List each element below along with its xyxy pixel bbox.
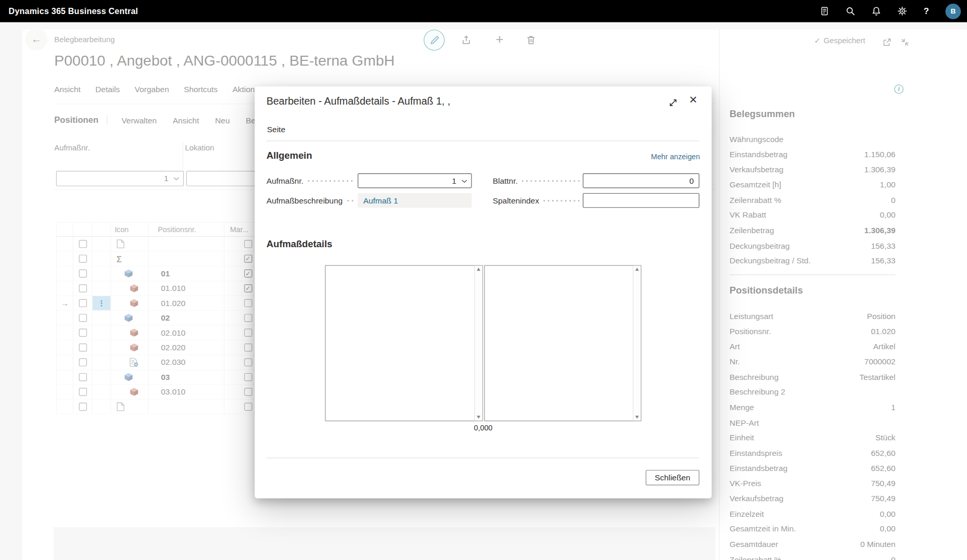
dotted-leader [542, 193, 580, 208]
chevron-down-icon [461, 180, 467, 183]
scroll-up-icon[interactable] [635, 268, 639, 271]
show-more-link[interactable]: Mehr anzeigen [651, 152, 700, 161]
scroll-up-icon[interactable] [477, 268, 480, 271]
close-icon: × [689, 92, 697, 108]
notifications-bell-icon[interactable] [871, 6, 881, 16]
aufmass-total: 0,000 [325, 424, 641, 432]
app-title: Dynamics 365 Business Central [9, 6, 138, 16]
scrollbar[interactable] [633, 266, 641, 421]
topbar-icons: ? B [819, 0, 961, 22]
aufmassbeschreibung-field-label: Aufmaßbeschreibung [266, 193, 357, 208]
schliessen-button[interactable]: Schließen [646, 470, 699, 486]
dotted-leader [346, 193, 353, 208]
dotted-leader [521, 173, 580, 188]
expand-icon [668, 98, 678, 107]
dialog-footer-separator [266, 457, 699, 458]
search-icon[interactable] [845, 6, 855, 16]
spaltenindex-field[interactable] [583, 193, 699, 208]
help-icon[interactable]: ? [923, 6, 930, 16]
dialog-separator [266, 141, 699, 141]
aufmass-details-left-editor[interactable] [325, 265, 482, 422]
scroll-down-icon[interactable] [635, 416, 639, 419]
settings-gear-icon[interactable] [897, 6, 907, 16]
close-dialog-button[interactable]: × [685, 91, 701, 109]
content-pages-icon[interactable] [819, 6, 830, 16]
section-title-allgemein: Allgemein [266, 150, 312, 161]
spaltenindex-field-label: Spaltenindex [493, 193, 583, 208]
expand-dialog-button[interactable] [668, 98, 678, 107]
dialog-menu-seite[interactable]: Seite [267, 124, 285, 134]
topbar: Dynamics 365 Business Central ? B [0, 0, 967, 22]
avatar[interactable]: B [946, 4, 961, 19]
scrollb​ar[interactable] [474, 266, 482, 421]
aufmass-details-right-editor[interactable] [484, 265, 641, 422]
scroll-down-icon[interactable] [477, 416, 480, 419]
dialog-title: Bearbeiten - Aufmaßdetails - Aufmaß 1, , [266, 96, 450, 108]
section-title-aufmassdetails: Aufmaßdetails [266, 239, 333, 250]
screen: ← Belegbearbeitung P00010 , Angebot , AN… [0, 0, 967, 560]
aufmassnr-field[interactable]: 1 [358, 173, 472, 188]
blattnr-field-label: Blattnr. [493, 173, 583, 188]
edit-aufmassdetails-dialog: Bearbeiten - Aufmaßdetails - Aufmaß 1, ,… [255, 86, 711, 499]
aufmassnr-field-label: Aufmaßnr. [266, 173, 357, 188]
aufmassbeschreibung-field[interactable]: Aufmaß 1 [358, 193, 472, 208]
dotted-leader [307, 173, 353, 188]
blattnr-field[interactable]: 0 [583, 173, 699, 188]
